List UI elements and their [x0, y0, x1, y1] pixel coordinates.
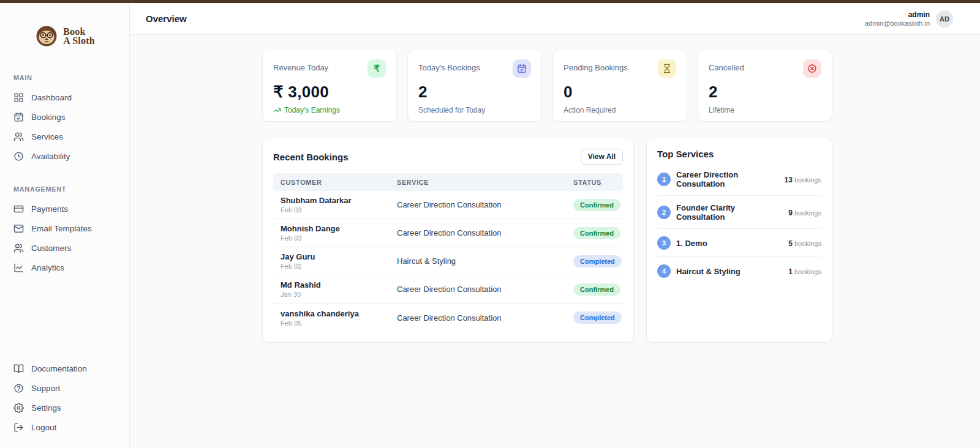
stat-card-pending-bookings: Pending Bookings 0 Action Required: [552, 50, 687, 122]
avatar[interactable]: AD: [936, 10, 953, 28]
sidebar: Book A Sloth MAIN Dashboard Bookings Ser…: [0, 3, 130, 448]
stat-subtitle: Lifetime: [709, 106, 821, 114]
brand-name: Book A Sloth: [63, 27, 95, 45]
rank-badge: 3: [657, 236, 671, 250]
table-row: Mohnish Dange Feb 03 Career Direction Co…: [273, 219, 623, 247]
customer-name: Shubham Datarkar: [281, 196, 397, 205]
grid-icon: [13, 92, 24, 103]
stat-value: ₹ 3,000: [273, 83, 386, 102]
service-name: Founder Clarity Consultation: [676, 203, 783, 222]
recent-bookings-panel: Recent Bookings View All CUSTOMER SERVIC…: [262, 138, 634, 343]
list-item: 1 Career Direction Consultation 13bookin…: [657, 163, 821, 196]
stat-value: 0: [564, 83, 676, 102]
sidebar-item-logout[interactable]: Logout: [0, 417, 129, 437]
service-name: Haircut & Styling: [397, 256, 573, 266]
sloth-logo-icon: [34, 24, 59, 48]
stat-subtitle: Scheduled for Today: [418, 106, 531, 114]
top-brand-bar: [0, 0, 980, 3]
stat-title: Today's Bookings: [418, 63, 480, 72]
booking-date: Feb 03: [281, 206, 397, 214]
top-services-panel: Top Services 1 Career Direction Consulta…: [646, 138, 832, 343]
stats-row: Revenue Today ₹ ₹ 3,000 Today's Earnings…: [262, 50, 832, 122]
booking-date: Jan 30: [281, 291, 397, 298]
status-badge: Confirmed: [573, 199, 620, 211]
stat-card-cancelled: Cancelled 2 Lifetime: [698, 50, 832, 122]
calendar-check-icon: [513, 59, 531, 78]
booking-date: Feb 03: [281, 234, 397, 242]
rupee-icon: ₹: [368, 59, 386, 78]
line-chart-icon: [13, 263, 24, 273]
service-name: Career Direction Consultation: [397, 285, 573, 294]
top-header: Overview admin admin@bookasloth.in AD: [130, 3, 980, 35]
recent-bookings-title: Recent Bookings: [273, 152, 349, 162]
column-service: SERVICE: [397, 179, 573, 186]
stat-card-revenue-today: Revenue Today ₹ ₹ 3,000 Today's Earnings: [262, 50, 397, 122]
booking-date: Feb 02: [281, 263, 397, 270]
service-count: 13bookings: [785, 174, 821, 185]
table-row: Jay Guru Feb 02 Haircut & Styling Comple…: [273, 247, 623, 275]
user-info: admin admin@bookasloth.in: [865, 10, 930, 27]
main-content: Revenue Today ₹ ₹ 3,000 Today's Earnings…: [130, 35, 980, 448]
stat-title: Pending Bookings: [564, 63, 628, 72]
status-badge: Confirmed: [573, 283, 620, 296]
customer-name: Jay Guru: [281, 252, 397, 261]
user-email: admin@bookasloth.in: [865, 20, 930, 27]
column-status: STATUS: [573, 179, 616, 186]
sidebar-item-bookings[interactable]: Bookings: [0, 107, 129, 127]
rank-badge: 1: [657, 173, 671, 186]
sidebar-item-payments[interactable]: Payments: [0, 199, 129, 218]
service-name: Career Direction Consultation: [397, 313, 573, 323]
stat-title: Cancelled: [709, 63, 744, 72]
list-item: 2 Founder Clarity Consultation 9bookings: [657, 196, 821, 229]
sidebar-item-support[interactable]: Support: [0, 378, 129, 398]
status-badge: Completed: [573, 312, 622, 324]
table-header: CUSTOMER SERVICE STATUS: [273, 173, 623, 191]
sidebar-item-email-templates[interactable]: Email Templates: [0, 218, 129, 238]
stat-subtitle: Today's Earnings: [273, 106, 386, 114]
trending-up-icon: [273, 106, 281, 114]
sidebar-section-management: MANAGEMENT: [0, 185, 129, 193]
sidebar-item-analytics[interactable]: Analytics: [0, 258, 129, 277]
list-item: 4 Haircut & Styling 1bookings: [657, 257, 821, 285]
user-name: admin: [865, 10, 930, 19]
sidebar-item-documentation[interactable]: Documentation: [0, 359, 129, 378]
clock-icon: [13, 151, 24, 162]
calendar-check-icon: [13, 112, 24, 122]
stat-value: 2: [709, 83, 821, 102]
top-services-list: 1 Career Direction Consultation 13bookin…: [657, 163, 821, 285]
credit-card-icon: [13, 204, 24, 214]
status-badge: Confirmed: [573, 227, 620, 239]
stat-title: Revenue Today: [273, 63, 328, 72]
table-row: vanshika chanderiya Feb 05 Career Direct…: [273, 304, 623, 332]
mail-icon: [13, 223, 24, 234]
sidebar-item-customers[interactable]: Customers: [0, 238, 129, 258]
sidebar-section-main: MAIN: [0, 74, 129, 81]
service-name: Haircut & Styling: [676, 267, 741, 276]
gear-icon: [13, 403, 24, 413]
logout-icon: [13, 422, 24, 433]
sidebar-item-settings[interactable]: Settings: [0, 398, 129, 417]
stat-value: 2: [418, 83, 531, 102]
booking-date: Feb 05: [281, 319, 397, 327]
customer-name: Mohnish Dange: [281, 224, 397, 233]
customer-name: vanshika chanderiya: [281, 309, 397, 318]
stat-card-todays-bookings: Today's Bookings 2 Scheduled for Today: [407, 50, 542, 122]
book-open-icon: [13, 364, 24, 374]
sidebar-item-dashboard[interactable]: Dashboard: [0, 88, 129, 107]
sidebar-item-availability[interactable]: Availability: [0, 146, 129, 166]
service-count: 9bookings: [788, 207, 821, 218]
customer-name: Md Rashid: [281, 280, 397, 289]
users-icon: [13, 132, 24, 142]
service-name: Career Direction Consultation: [397, 200, 573, 209]
users-icon: [13, 243, 24, 253]
status-badge: Completed: [573, 255, 622, 267]
service-count: 1bookings: [788, 266, 821, 277]
x-circle-icon: [803, 59, 821, 78]
column-customer: CUSTOMER: [281, 179, 397, 186]
top-services-title: Top Services: [657, 149, 821, 159]
sidebar-item-services[interactable]: Services: [0, 127, 129, 146]
recent-bookings-table: CUSTOMER SERVICE STATUS Shubham Datarkar…: [273, 173, 623, 332]
service-name: Career Direction Consultation: [397, 228, 573, 237]
view-all-button[interactable]: View All: [581, 149, 623, 165]
service-name: 1. Demo: [676, 239, 707, 248]
